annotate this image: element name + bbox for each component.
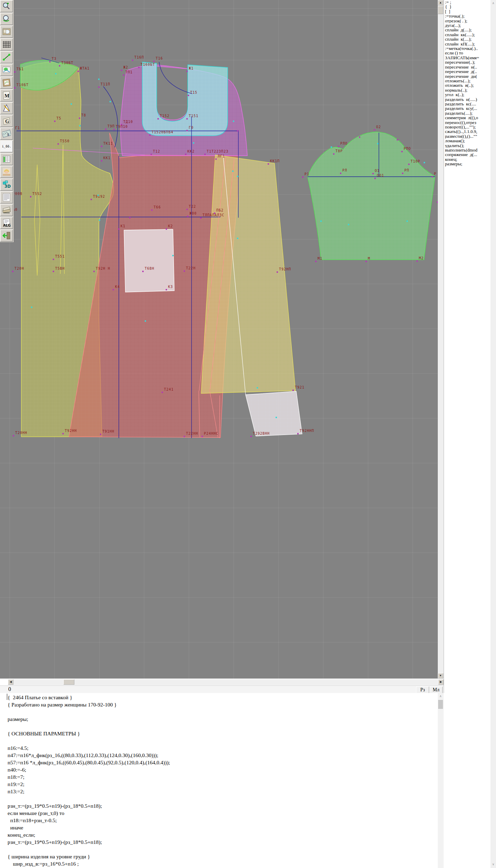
3d-tool[interactable]: 3D <box>0 178 13 191</box>
command-item[interactable]: сплайн д(....); <box>444 28 491 32</box>
point-label: Т551 <box>55 255 65 258</box>
command-item[interactable]: { } <box>444 4 491 9</box>
piece-side-panel[interactable] <box>201 155 296 393</box>
command-item[interactable]: развести((),()..."" <box>444 134 491 138</box>
table-tool[interactable] <box>0 153 13 165</box>
point-label: Т9192 <box>93 195 105 198</box>
piece-hem-insert[interactable] <box>246 391 302 436</box>
command-item[interactable]: ЗАПИСАТЬ(имя= <box>444 55 491 60</box>
image-tool[interactable] <box>0 64 13 76</box>
command-item[interactable]: [ ] <box>444 9 491 14</box>
point-label: Т5ВН <box>55 267 65 270</box>
command-item[interactable]: пересечение(..); <box>444 60 491 64</box>
command-item[interactable]: удалить(); <box>444 143 491 148</box>
command-item[interactable]: поворот((),...""); <box>444 125 491 129</box>
command-item[interactable]: если () то <box>444 51 491 55</box>
m-document-tool[interactable]: M <box>0 89 13 102</box>
command-item[interactable]: := ; <box>444 0 491 4</box>
command-item[interactable]: нормаль(..); <box>444 88 491 92</box>
file-indicator[interactable]: i_66. <box>0 140 13 153</box>
editor-scroll-up-icon[interactable]: ∧ <box>438 694 443 698</box>
piece-sleeve[interactable] <box>308 132 435 260</box>
curve-midpoint-marker <box>237 176 238 177</box>
command-item[interactable]: угол к(..); <box>444 92 491 97</box>
canvas-scroll-up-button[interactable]: ▲ <box>438 0 443 6</box>
point-label: Т10Р <box>411 160 420 163</box>
command-item[interactable]: перенос((),отрез <box>444 120 491 125</box>
point-label: Т292ВНН <box>253 432 270 435</box>
window-scroll-up-icon[interactable]: ∧ <box>490 1 496 5</box>
pattern-canvas[interactable]: ТБ1Т3Т30БТЖТА1Т10БТТ11ПТ16ПТ16Т160БТЖ2ТП… <box>0 0 444 679</box>
point-marker <box>333 153 334 155</box>
canvas-scroll-down-button[interactable]: ▼ <box>438 673 443 679</box>
command-item[interactable]: сплайн к(....); <box>444 37 491 41</box>
svg-text:G: G <box>5 118 9 124</box>
canvas-scroll-right-button[interactable]: ▶ <box>438 679 444 685</box>
editor-vertical-scrollbar[interactable]: ∧ <box>438 693 444 868</box>
point-marker <box>30 196 31 197</box>
view-sheet-tool[interactable] <box>0 25 13 38</box>
zoom-in-tool[interactable] <box>0 0 13 12</box>
command-item[interactable]: сопряжение д(... <box>444 152 491 157</box>
command-item[interactable]: разделить ксу(... <box>444 106 491 111</box>
command-item[interactable]: :=метка(точка(.).. <box>444 46 491 51</box>
command-item[interactable]: отложить в(..); <box>444 83 491 87</box>
window-scroll-down-icon[interactable]: ∨ <box>490 862 496 866</box>
command-item[interactable]: пересечение д(.. <box>444 69 491 74</box>
curve-midpoint-marker <box>377 143 379 144</box>
curve-midpoint-marker <box>233 121 234 122</box>
point-marker <box>268 163 269 165</box>
grid-tool[interactable] <box>0 38 13 51</box>
command-item[interactable]: пересечение дн( <box>444 74 491 79</box>
point-label: Р24ННС <box>204 432 218 435</box>
canvas-vertical-scroll-thumb[interactable] <box>438 6 443 14</box>
piece-pocket[interactable] <box>124 229 174 292</box>
command-item[interactable]: дуга(...); <box>444 23 491 28</box>
command-item[interactable]: конец; <box>444 157 491 162</box>
books-tool[interactable] <box>0 204 13 216</box>
point-label: РП <box>404 169 409 172</box>
ml-button[interactable]: Мл <box>430 686 443 693</box>
point-label: Т16 <box>156 57 163 60</box>
command-item[interactable]: сжать(()..,1.1.0.9, <box>444 129 491 134</box>
g-document-tool[interactable]: G <box>0 115 13 127</box>
command-item[interactable]: разделить н(.....) <box>444 97 491 102</box>
exit-tool[interactable] <box>0 229 13 242</box>
canvas-horizontal-scrollbar[interactable]: ◀ ▶ <box>8 679 444 685</box>
command-item[interactable]: сплайн кк(.....); <box>444 32 491 37</box>
editor-scroll-thumb[interactable] <box>438 700 443 709</box>
command-item[interactable]: размеры; <box>444 162 491 166</box>
command-item[interactable]: отрезок( . ); <box>444 19 491 23</box>
algorithm-tool[interactable]: ALG <box>0 217 13 229</box>
command-item[interactable]: разделить кс(.... <box>444 102 491 106</box>
drafting-tool[interactable] <box>0 102 13 114</box>
point-marker <box>101 160 102 162</box>
point-marker <box>340 173 341 174</box>
window-scrollbar[interactable]: ∧ ∨ <box>490 0 496 868</box>
command-item[interactable]: ломаная(); <box>444 138 491 143</box>
notes-tool[interactable] <box>0 191 13 204</box>
ruler-tool[interactable]: 8 <box>0 127 13 140</box>
curve-midpoint-marker <box>276 417 277 418</box>
piece-neckband[interactable] <box>142 62 228 136</box>
canvas-horizontal-scroll-thumb[interactable] <box>63 679 74 685</box>
command-item[interactable]: симметрия л((),о <box>444 115 491 120</box>
rz-button[interactable]: Рз <box>416 686 429 693</box>
piece-front-bodice[interactable] <box>121 65 247 156</box>
script-editor[interactable]: { 2464 Платье со вставкой } { Разработан… <box>0 693 490 868</box>
command-item[interactable]: пересечение н(.. <box>444 65 491 69</box>
command-item[interactable]: разделить(....); <box>444 111 491 115</box>
segment-tool[interactable] <box>0 51 13 63</box>
portrait-tool[interactable] <box>0 166 13 178</box>
command-item[interactable]: отложить(...); <box>444 79 491 83</box>
curve-midpoint-marker <box>145 320 146 322</box>
command-item[interactable]: выполнить(dmod <box>444 148 491 152</box>
command-item[interactable]: сплайн кП(....); <box>444 42 491 46</box>
command-item[interactable]: :=точка(.); <box>444 14 491 18</box>
canvas-vertical-scrollbar[interactable]: ▲ ▼ <box>438 0 444 679</box>
pattern-sheet-tool[interactable] <box>0 76 13 89</box>
point-label: Ж1 <box>189 67 194 70</box>
canvas-scroll-left-button[interactable]: ◀ <box>8 679 13 685</box>
point-marker <box>162 392 163 393</box>
zoom-tool[interactable] <box>0 13 13 25</box>
